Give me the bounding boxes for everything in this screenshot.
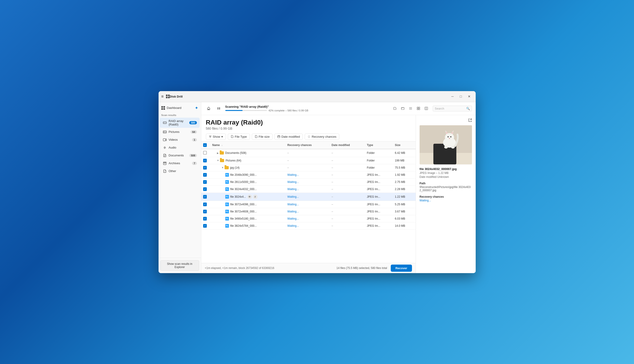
status-elapsed: <1m elapsed, <1m remain, block 26734592 … [205,266,333,270]
search-icon: 🔍 [466,107,470,110]
home-button[interactable] [205,105,212,112]
row-checkbox[interactable] [203,151,207,154]
select-all-checkbox[interactable]: – [203,143,207,147]
svg-rect-14 [218,107,218,110]
table-row[interactable]: ✓▼jpg (14)––Folder75.5 MB [201,164,416,171]
view-buttons [391,105,430,112]
row-expander[interactable]: ▶ [217,152,219,154]
sidebar-item-pictures[interactable]: Pictures 64 [160,128,200,136]
minimize-button[interactable]: ─ [449,93,456,100]
dashboard-label[interactable]: Dashboard [167,106,182,110]
filetype-filter-button[interactable]: File Type [228,134,250,140]
sidebar-item-label-videos: Videos [169,138,190,142]
table-row[interactable]: –▼Pictures (64)––Folder199 MB [201,157,416,164]
menu-icon[interactable]: ≡ [161,94,164,99]
svg-point-1 [166,122,166,123]
recovery-chances-cell: – [285,164,329,171]
row-checkbox[interactable]: – [203,159,207,162]
row-checkbox[interactable]: ✓ [203,210,207,213]
file-name: file 3824x5784_000... [230,224,257,228]
preview-recovery-value: Waiting... [420,199,472,202]
row-checkbox[interactable]: ✓ [203,187,207,191]
svg-rect-29 [278,136,280,138]
size-cell: 199 MB [392,157,416,164]
row-checkbox[interactable]: ✓ [203,217,207,220]
table-row[interactable]: ✓Psfile 3072x4096_000...Waiting...–JPEG … [201,201,416,208]
type-cell: JPEG Im... [364,178,392,186]
sidebar-item-audio[interactable]: Audio [160,144,200,151]
row-checkbox[interactable]: ✓ [203,202,207,206]
file-name: Documents (508) [225,151,247,154]
main-layout: Dashboard ✦ Scan results RAID array (Rai… [159,102,476,273]
loading-spinner: ✦ [195,106,198,110]
scan-progress-track [225,110,267,111]
row-checkbox[interactable]: ✓ [203,180,207,184]
row-expander[interactable]: ▼ [222,166,224,169]
sidebar-item-label-audio: Audio [169,146,197,149]
filesize-filter-button[interactable]: File size [252,134,273,140]
table-row[interactable]: ✓Psfile 3824x5784_000...Waiting...–JPEG … [201,222,416,229]
show-explorer-button[interactable]: Show scan results in Explorer [160,260,199,271]
list-view-button[interactable] [407,105,414,112]
row-checkbox[interactable]: ✓ [203,195,207,198]
scan-title: Scanning "RAID array (Raid0)" [225,105,388,108]
preview-icon[interactable]: 👁 [247,194,252,199]
sidebar-item-videos[interactable]: Videos 1 [160,136,200,144]
table-row[interactable]: ✓Psfile 2811x5000_000...Waiting...–JPEG … [201,178,416,186]
sidebar-item-raid[interactable]: RAID array (Raid0) 580 [160,118,200,128]
recovery-chances-cell: Waiting... [285,208,329,215]
show-filter-arrow: ▾ [221,135,223,138]
table-row[interactable]: ✓Psfile 3024x4...👁#Waiting...–JPEG Im...… [201,192,416,201]
preview-filename: file 3024x4032_000007.jpg [420,167,472,171]
type-cell: JPEG Im... [364,171,392,178]
date-modified-cell: – [329,215,364,222]
preview-type-size: JPEG Image – 1.22 MB [420,172,472,174]
table-row[interactable]: ✓Psfile 3072x4608_000...Waiting...–JPEG … [201,208,416,215]
split-view-button[interactable] [423,105,430,112]
date-modified-cell: – [329,164,364,171]
filetype-filter-label: File Type [235,135,247,138]
table-row[interactable]: ✓Psfile 3024x4032_000...Waiting...–JPEG … [201,186,416,192]
sidebar-item-other[interactable]: Other [160,168,200,175]
col-header-type: Type [364,142,392,149]
preview-open-button[interactable] [467,117,473,124]
type-cell: Folder [364,157,392,164]
datemodified-filter-button[interactable]: Date modified [274,134,303,140]
svg-rect-13 [208,109,209,110]
date-modified-cell: – [329,201,364,208]
row-checkbox[interactable]: ✓ [203,166,207,170]
folder-view-button[interactable] [399,105,406,112]
other-icon [163,169,167,173]
recover-button[interactable]: Recover [391,264,412,272]
sidebar-item-archives[interactable]: Archives 7 [160,160,200,167]
sidebar-item-documents[interactable]: Documents 508 [160,152,200,159]
documents-icon [163,154,167,158]
row-expander[interactable]: ▼ [217,159,219,162]
audio-icon [163,146,167,150]
grid-view-button[interactable] [415,105,422,112]
row-checkbox[interactable]: ✓ [203,224,207,228]
maximize-button[interactable]: □ [457,93,465,100]
table-row[interactable]: ▶Documents (508)––Folder6.42 MB [201,149,416,157]
table-row[interactable]: ✓Psfile 2048x3090_000...Waiting...–JPEG … [201,171,416,178]
file-view-button[interactable] [391,105,399,112]
search-input[interactable] [435,107,465,110]
file-name: file 3024x4032_000... [230,188,257,191]
sidebar-item-badge-videos: 1 [192,138,197,142]
file-list-panel: RAID array (Raid0) 580 files / 0.99 GB S… [201,115,416,273]
svg-rect-5 [163,139,166,141]
row-checkbox[interactable]: ✓ [203,173,207,177]
sidebar-item-badge-pictures: 64 [191,130,197,134]
recoverychances-filter-button[interactable]: Recovery chances [305,134,339,140]
svg-point-45 [450,136,451,137]
type-cell: JPEG Im... [364,192,392,201]
pause-button[interactable] [215,105,223,112]
show-filter-button[interactable]: Show ▾ [206,134,226,140]
hash-icon[interactable]: # [253,194,258,199]
svg-point-48 [451,146,455,148]
table-row[interactable]: ✓Psfile 3490x5180_000...Waiting...–JPEG … [201,215,416,222]
sidebar-item-label-other: Other [169,169,197,173]
pictures-icon [163,130,167,134]
recovery-chances-cell: Waiting... [285,215,329,222]
close-button[interactable]: ✕ [465,93,473,100]
